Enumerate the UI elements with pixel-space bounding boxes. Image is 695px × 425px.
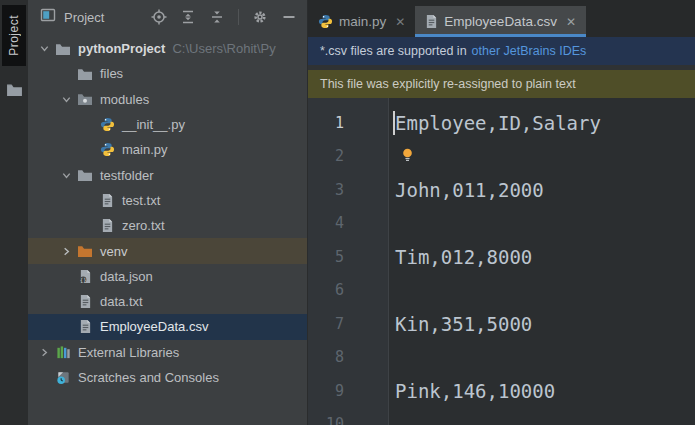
project-panel-header: Project bbox=[28, 0, 307, 34]
editor-line: 8 bbox=[308, 341, 695, 375]
python-file-icon bbox=[98, 142, 116, 158]
text-caret bbox=[393, 111, 395, 135]
jetbrains-ides-link[interactable]: other JetBrains IDEs bbox=[472, 44, 587, 58]
tree-item-label: External Libraries bbox=[78, 345, 179, 360]
tree-row-venv[interactable]: venv bbox=[28, 238, 307, 263]
tool-window-icon bbox=[40, 7, 56, 27]
code-text[interactable]: Tim,012,8000 bbox=[389, 246, 532, 268]
code-text[interactable]: Pink,146,10000 bbox=[389, 380, 555, 402]
tree-row-data-json[interactable]: {} data.json bbox=[28, 264, 307, 289]
tree-item-label: data.json bbox=[100, 269, 153, 284]
project-tree: pythonProject C:\Users\Rohit\Py files mo… bbox=[28, 36, 307, 425]
close-tab-icon[interactable]: ✕ bbox=[395, 16, 405, 28]
line-number: 8 bbox=[308, 348, 389, 366]
tree-row-data-txt[interactable]: data.txt bbox=[28, 289, 307, 314]
toolbar-separator bbox=[238, 9, 239, 25]
banner-message: This file was explicitly re-assigned to … bbox=[320, 77, 576, 91]
tool-window-stripe: Project bbox=[0, 0, 28, 425]
code-text[interactable]: John,011,2000 bbox=[389, 179, 544, 201]
folder-icon bbox=[76, 66, 94, 82]
code-editor[interactable]: 1 Employee,ID,Salary 2 3 John,011,2000 4… bbox=[308, 98, 695, 425]
tree-row-employeedata-csv[interactable]: EmployeeData.csv bbox=[28, 314, 307, 339]
python-file-icon bbox=[318, 14, 333, 29]
tree-item-label: Scratches and Consoles bbox=[78, 370, 219, 385]
chevron-right-icon[interactable] bbox=[56, 243, 76, 259]
chevron-spacer bbox=[78, 218, 98, 234]
code-text[interactable]: Employee,ID,Salary bbox=[389, 112, 601, 134]
chevron-down-icon[interactable] bbox=[34, 41, 54, 57]
line-number: 10 bbox=[308, 415, 389, 425]
editor-line: 10 bbox=[308, 408, 695, 425]
tree-row-zero-txt[interactable]: zero.txt bbox=[28, 213, 307, 238]
project-folder-icon[interactable] bbox=[6, 82, 23, 101]
chevron-spacer bbox=[56, 66, 76, 82]
panel-title: Project bbox=[64, 10, 104, 25]
ide-window: Project Project bbox=[0, 0, 695, 425]
project-panel: Project bbox=[28, 0, 308, 425]
text-file-icon bbox=[76, 319, 94, 335]
tree-item-label: __init__.py bbox=[122, 117, 185, 132]
text-file-icon bbox=[76, 294, 94, 310]
tree-row-files[interactable]: files bbox=[28, 61, 307, 86]
editor-line: 3 John,011,2000 bbox=[308, 173, 695, 207]
hide-panel-icon[interactable] bbox=[281, 9, 297, 25]
libraries-icon bbox=[54, 344, 72, 360]
folder-icon bbox=[54, 41, 72, 57]
tree-row-init-py[interactable]: __init__.py bbox=[28, 112, 307, 137]
chevron-right-icon[interactable] bbox=[34, 344, 54, 360]
text-file-icon bbox=[425, 14, 438, 29]
locate-file-icon[interactable] bbox=[151, 9, 167, 25]
tree-row-scratches[interactable]: Scratches and Consoles bbox=[28, 365, 307, 390]
tree-row-main-py[interactable]: main.py bbox=[28, 137, 307, 162]
tree-row-pythonproject[interactable]: pythonProject C:\Users\Rohit\Py bbox=[28, 36, 307, 61]
tree-item-label: main.py bbox=[122, 142, 168, 157]
tab-main-py[interactable]: main.py ✕ bbox=[308, 6, 415, 37]
tree-item-label: pythonProject bbox=[78, 41, 165, 56]
chevron-down-icon[interactable] bbox=[56, 167, 76, 183]
package-folder-icon bbox=[76, 91, 94, 107]
tab-employeedata-csv[interactable]: EmployeeData.csv ✕ bbox=[415, 6, 586, 37]
intention-bulb-icon[interactable] bbox=[400, 147, 415, 167]
text-file-icon bbox=[98, 192, 116, 208]
tree-row-testfolder[interactable]: testfolder bbox=[28, 162, 307, 187]
chevron-spacer bbox=[78, 192, 98, 208]
chevron-spacer bbox=[56, 268, 76, 284]
tree-row-modules[interactable]: modules bbox=[28, 87, 307, 112]
editor-line: 4 bbox=[308, 207, 695, 241]
code-text[interactable]: Kin,351,5000 bbox=[389, 313, 532, 335]
line-number: 3 bbox=[308, 181, 389, 199]
editor-line: 7 Kin,351,5000 bbox=[308, 307, 695, 341]
tree-row-test-txt[interactable]: test.txt bbox=[28, 188, 307, 213]
chevron-down-icon[interactable] bbox=[56, 91, 76, 107]
tree-row-external-libraries[interactable]: External Libraries bbox=[28, 340, 307, 365]
close-tab-icon[interactable]: ✕ bbox=[566, 16, 576, 28]
expand-all-icon[interactable] bbox=[180, 9, 196, 25]
line-number: 6 bbox=[308, 281, 389, 299]
project-tool-window-button[interactable]: Project bbox=[2, 5, 26, 66]
editor-tab-bar: main.py ✕ EmployeeData.csv ✕ bbox=[308, 0, 695, 37]
line-number: 4 bbox=[308, 214, 389, 232]
project-tool-window-label: Project bbox=[7, 15, 21, 56]
svg-text:{}: {} bbox=[79, 277, 86, 283]
tree-item-label: files bbox=[100, 66, 123, 81]
tab-label: main.py bbox=[339, 14, 386, 29]
scratches-icon bbox=[54, 370, 72, 386]
line-number: 2 bbox=[308, 147, 389, 165]
chevron-spacer bbox=[78, 142, 98, 158]
python-file-icon bbox=[98, 117, 116, 133]
line-number: 7 bbox=[308, 315, 389, 333]
settings-gear-icon[interactable] bbox=[252, 9, 268, 25]
chevron-spacer bbox=[56, 319, 76, 335]
tree-item-label: modules bbox=[100, 92, 149, 107]
project-root-path: C:\Users\Rohit\Py bbox=[172, 41, 275, 56]
tree-item-label: testfolder bbox=[100, 168, 153, 183]
collapse-all-icon[interactable] bbox=[209, 9, 225, 25]
editor-line: 9 Pink,146,10000 bbox=[308, 374, 695, 408]
csv-support-banner: *.csv files are supported in other JetBr… bbox=[308, 37, 695, 65]
line-number: 5 bbox=[308, 248, 389, 266]
banner-message: *.csv files are supported in bbox=[320, 44, 467, 58]
line-number: 1 bbox=[308, 114, 389, 132]
text-file-icon bbox=[98, 218, 116, 234]
tree-item-label: test.txt bbox=[122, 193, 160, 208]
editor-area: main.py ✕ EmployeeData.csv ✕ *.csv files… bbox=[308, 0, 695, 425]
